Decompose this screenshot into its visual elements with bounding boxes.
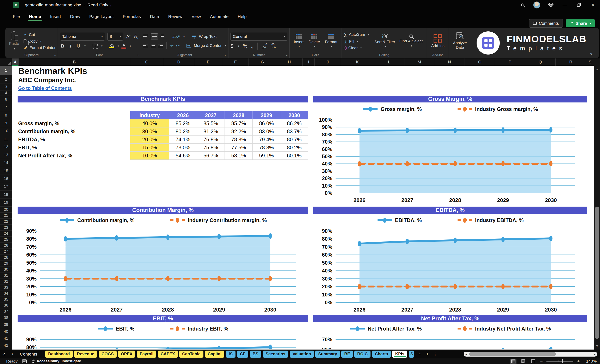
- table-cell[interactable]: 10.0%: [130, 152, 169, 160]
- column-header-J[interactable]: J: [315, 58, 341, 66]
- column-header-K[interactable]: K: [341, 58, 374, 66]
- row-header-14[interactable]: 14: [0, 159, 12, 167]
- sheet-tab-roic[interactable]: ROIC: [354, 351, 371, 358]
- row-header-42[interactable]: 42: [0, 342, 12, 349]
- row-header-9[interactable]: 9: [0, 119, 12, 127]
- menu-tab-draw[interactable]: Draw: [66, 12, 84, 21]
- merge-center-button[interactable]: Merge & Center: [194, 43, 221, 48]
- row-header-40[interactable]: 40: [0, 328, 12, 335]
- table-cell[interactable]: 80.2%: [169, 127, 197, 136]
- clipboard-dialog-launcher[interactable]: ↘: [54, 54, 56, 57]
- column-header-C[interactable]: C: [130, 58, 163, 66]
- table-cell[interactable]: 74.1%: [169, 136, 197, 144]
- table-cell[interactable]: 82.2%: [225, 127, 253, 136]
- row-header-39[interactable]: 39: [0, 321, 12, 328]
- menu-tab-insert[interactable]: Insert: [46, 12, 65, 21]
- comments-button[interactable]: Comments: [529, 19, 563, 28]
- decrease-font-icon[interactable]: A˅: [133, 34, 139, 39]
- decrease-decimal-icon[interactable]: .00→.0: [271, 43, 276, 49]
- autosum-button[interactable]: ∑AutoSum▾: [344, 32, 369, 37]
- table-cell[interactable]: 20.0%: [130, 136, 169, 144]
- tab-nav-right-icon[interactable]: ›: [8, 351, 17, 357]
- row-header-34[interactable]: 34: [0, 291, 12, 296]
- table-cell[interactable]: 59.1%: [253, 152, 281, 160]
- sheet-tab-be[interactable]: BE: [341, 351, 353, 358]
- sheet-tab-capital[interactable]: Capital: [205, 351, 225, 358]
- table-of-contents-link[interactable]: Go to Table of Contents: [18, 86, 72, 91]
- sheet-tab-cf[interactable]: CF: [237, 351, 248, 358]
- sheet-tab-revenue[interactable]: Revenue: [74, 351, 97, 358]
- menu-tab-view[interactable]: View: [188, 12, 205, 21]
- row-header-3[interactable]: 3: [0, 83, 12, 91]
- row-header-12[interactable]: 12: [0, 143, 12, 151]
- row-header-7[interactable]: 7: [0, 103, 12, 111]
- table-cell[interactable]: 86.0%: [253, 119, 281, 127]
- sheet-options-icon[interactable]: ⋮: [433, 352, 437, 356]
- row-header-41[interactable]: 41: [0, 335, 12, 342]
- table-cell[interactable]: 54.6%: [169, 152, 197, 160]
- zoom-level[interactable]: 140%: [583, 359, 597, 364]
- vertical-scrollbar[interactable]: ▲ ▼: [594, 66, 600, 350]
- sheet-tab-dashboard[interactable]: Dashboard: [45, 351, 73, 358]
- menu-tab-review[interactable]: Review: [165, 12, 186, 21]
- orientation-icon[interactable]: ab↗: [172, 34, 180, 39]
- clear-button[interactable]: Clear▾: [344, 46, 369, 50]
- column-header-N[interactable]: N: [434, 58, 465, 66]
- column-header-S[interactable]: S: [586, 58, 594, 66]
- table-cell[interactable]: 76.8%: [197, 136, 225, 144]
- row-header-16[interactable]: 16: [0, 175, 12, 183]
- fill-color-button[interactable]: [109, 44, 114, 48]
- font-color-button[interactable]: A: [121, 43, 126, 49]
- row-header-1[interactable]: 1: [0, 66, 12, 75]
- italic-button[interactable]: I: [68, 43, 73, 49]
- menu-tab-data[interactable]: Data: [146, 12, 163, 21]
- bold-button[interactable]: B: [60, 43, 65, 49]
- row-header-35[interactable]: 35: [0, 296, 12, 302]
- table-cell[interactable]: 85.5%: [197, 119, 225, 127]
- alignment-dialog-launcher[interactable]: ↘: [224, 54, 227, 57]
- row-header-23[interactable]: 23: [0, 225, 12, 231]
- sheet-tab-is[interactable]: IS: [226, 351, 235, 358]
- column-header-R[interactable]: R: [555, 58, 586, 66]
- underline-button[interactable]: U: [76, 43, 81, 49]
- column-header-O[interactable]: O: [465, 58, 495, 66]
- zoom-in-icon[interactable]: +: [577, 359, 580, 364]
- row-header-26[interactable]: 26: [0, 243, 12, 248]
- normal-view-icon[interactable]: [510, 359, 516, 364]
- row-header-8[interactable]: 8: [0, 111, 12, 119]
- scroll-up-icon[interactable]: ▲: [594, 66, 600, 73]
- row-header-11[interactable]: 11: [0, 135, 12, 143]
- display-settings-icon[interactable]: [22, 359, 27, 363]
- row-header-31[interactable]: 31: [0, 273, 12, 278]
- sheet-tab-payroll[interactable]: Payroll: [137, 351, 156, 358]
- column-header-I[interactable]: I: [303, 58, 315, 66]
- table-cell[interactable]: 56.7%: [197, 152, 225, 160]
- column-header-P[interactable]: P: [495, 58, 525, 66]
- menu-tab-help[interactable]: Help: [234, 12, 250, 21]
- row-header-6[interactable]: 6: [0, 95, 12, 103]
- align-top-icon[interactable]: [143, 35, 148, 38]
- page-layout-view-icon[interactable]: [520, 359, 526, 364]
- sheet-tab-summary[interactable]: Summary: [315, 351, 340, 358]
- search-icon[interactable]: [516, 0, 530, 10]
- accounting-format-icon[interactable]: $: [231, 43, 233, 49]
- increase-decimal-icon[interactable]: ←.0.00: [262, 43, 267, 49]
- font-family-select[interactable]: Tahoma▾: [60, 33, 105, 40]
- premium-diamond-icon[interactable]: [544, 0, 558, 10]
- column-header-L[interactable]: L: [374, 58, 404, 66]
- sheet-tab-bs[interactable]: BS: [250, 351, 261, 358]
- font-dialog-launcher[interactable]: ↘: [137, 54, 139, 57]
- table-cell[interactable]: 86.2%: [280, 119, 308, 127]
- readonly-label[interactable]: Read-Only ∨: [87, 2, 112, 8]
- table-cell[interactable]: 73.0%: [169, 144, 197, 152]
- vertical-scroll-thumb[interactable]: [595, 207, 599, 339]
- close-button[interactable]: ✕: [586, 0, 600, 10]
- table-cell[interactable]: 80.2%: [280, 144, 308, 152]
- column-header-E[interactable]: E: [194, 58, 222, 66]
- column-header-F[interactable]: F: [222, 58, 249, 66]
- row-header-18[interactable]: 18: [0, 191, 12, 199]
- table-cell[interactable]: 85.2%: [169, 119, 197, 127]
- sheet-tab-opex[interactable]: OPEX: [118, 351, 135, 358]
- share-button[interactable]: Share▾: [566, 19, 595, 28]
- table-cell[interactable]: 77.5%: [225, 144, 253, 152]
